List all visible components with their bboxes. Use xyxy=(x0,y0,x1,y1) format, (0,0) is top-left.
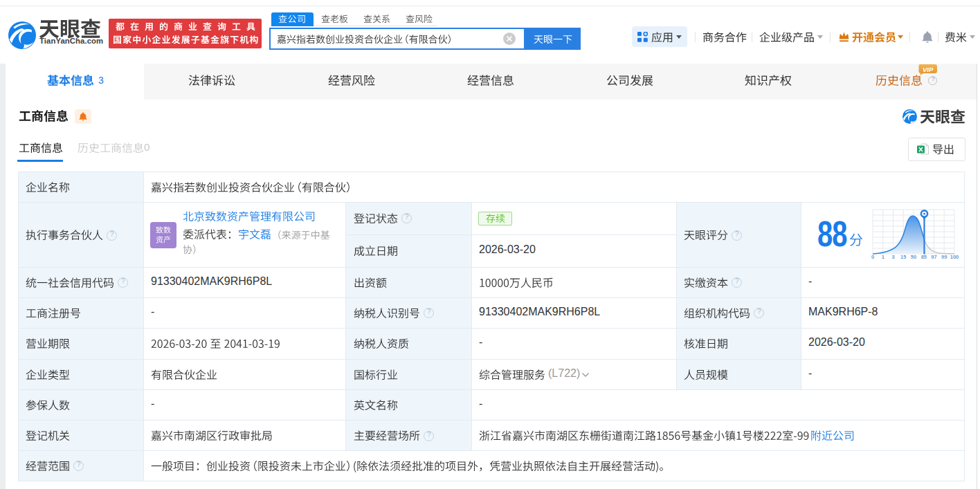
svg-text:VIP: VIP xyxy=(923,66,934,73)
